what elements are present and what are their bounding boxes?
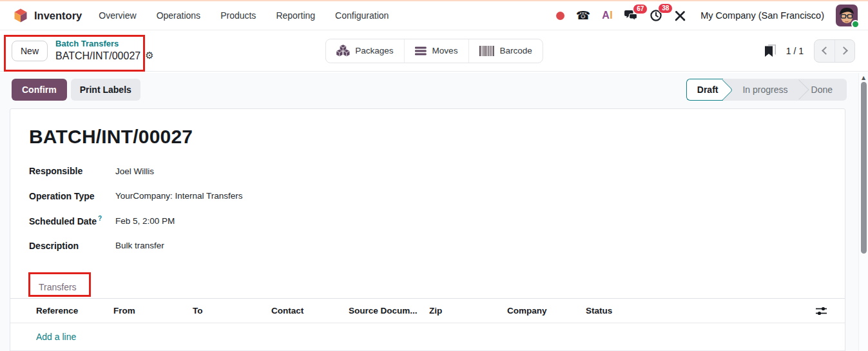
scrollbar-up-arrow-icon[interactable]: ▲	[859, 75, 868, 81]
breadcrumb-parent-link[interactable]: Batch Transfers	[55, 39, 154, 49]
field-value-scheduled-date[interactable]: Feb 5, 2:00 PM	[115, 216, 175, 226]
smart-buttons-group: Packages Moves Barcode	[325, 39, 543, 63]
app-name: Inventory	[34, 10, 82, 22]
topbar-systray: ☎ AI 67 38 My Company (San Francisco)	[556, 5, 858, 26]
column-header-source-document[interactable]: Source Docum...	[349, 306, 429, 316]
gear-icon[interactable]: ⚙	[145, 50, 153, 62]
company-switcher[interactable]: My Company (San Francisco)	[700, 10, 824, 21]
app-switcher[interactable]: Inventory	[13, 8, 82, 23]
print-labels-button[interactable]: Print Labels	[71, 79, 140, 101]
field-label-responsible: Responsible	[29, 166, 115, 176]
activities-menu[interactable]: 38	[650, 9, 662, 22]
table-add-line-row: Add a line	[10, 323, 845, 351]
column-header-from[interactable]: From	[113, 306, 193, 316]
stage-pipeline: Draft In progress Done	[686, 79, 847, 101]
online-status-dot	[851, 20, 860, 28]
field-label-description: Description	[29, 241, 115, 251]
packages-cubes-icon	[336, 45, 349, 57]
menu-configuration[interactable]: Configuration	[334, 8, 390, 23]
column-header-contact[interactable]: Contact	[271, 306, 349, 316]
optional-columns-icon[interactable]	[816, 306, 827, 316]
packages-button-label: Packages	[355, 46, 393, 55]
barcode-button[interactable]: Barcode	[468, 39, 542, 63]
messages-badge: 67	[633, 4, 648, 14]
form-sheet: BATCH/INT/00027 Responsible Joel Willis …	[10, 108, 845, 351]
pager-next-button[interactable]	[834, 40, 854, 62]
field-label-operation-type: Operation Type	[29, 191, 115, 201]
debug-tools-icon[interactable]	[674, 10, 686, 22]
bookmark-icon[interactable]	[765, 45, 776, 57]
user-avatar[interactable]	[836, 5, 858, 26]
record-title: BATCH/INT/00027	[29, 126, 845, 148]
vertical-scrollbar[interactable]: ▲	[858, 73, 868, 351]
voip-phone-icon[interactable]: ☎	[576, 10, 590, 21]
field-row-scheduled-date: Scheduled Date? Feb 5, 2:00 PM	[29, 208, 845, 234]
new-button[interactable]: New	[12, 41, 48, 61]
transfers-table-header: Reference From To Contact Source Docum..…	[10, 299, 845, 323]
barcode-icon	[479, 46, 494, 56]
field-row-description: Description Bulk transfer	[29, 234, 845, 259]
main-menu: Overview Operations Products Reporting C…	[97, 8, 390, 23]
moves-button-label: Moves	[432, 46, 458, 55]
chevron-left-icon	[822, 46, 830, 55]
menu-reporting[interactable]: Reporting	[275, 8, 316, 23]
column-header-zip[interactable]: Zip	[429, 306, 507, 316]
field-group: Responsible Joel Willis Operation Type Y…	[29, 159, 845, 258]
help-tooltip-icon: ?	[98, 215, 102, 222]
field-row-responsible: Responsible Joel Willis	[29, 159, 845, 184]
breadcrumb-current: BATCH/INT/00027	[55, 50, 140, 63]
packages-button[interactable]: Packages	[325, 39, 403, 63]
notebook-tabs: Transfers	[10, 276, 845, 299]
pager-previous-button[interactable]	[815, 40, 834, 62]
column-header-to[interactable]: To	[193, 306, 271, 316]
form-statusbar-row: Confirm Print Labels Draft In progress D…	[0, 73, 858, 101]
ai-icon[interactable]: AI	[602, 10, 613, 21]
chevron-right-icon	[840, 46, 848, 55]
menu-products[interactable]: Products	[219, 8, 257, 23]
column-header-reference[interactable]: Reference	[36, 306, 113, 316]
menu-overview[interactable]: Overview	[97, 8, 137, 23]
tab-transfers[interactable]: Transfers	[29, 276, 86, 298]
moves-button[interactable]: Moves	[404, 39, 468, 63]
content-area: Confirm Print Labels Draft In progress D…	[0, 73, 858, 351]
column-header-company[interactable]: Company	[507, 306, 586, 316]
menu-operations[interactable]: Operations	[155, 8, 202, 23]
pager-area: 1 / 1	[765, 39, 858, 63]
moves-lines-icon	[415, 46, 427, 55]
activities-badge: 38	[658, 3, 673, 14]
field-row-operation-type: Operation Type YourCompany: Internal Tra…	[29, 184, 845, 209]
add-a-line-link[interactable]: Add a line	[36, 332, 76, 342]
control-panel: New Batch Transfers BATCH/INT/00027 ⚙	[0, 30, 868, 72]
field-value-operation-type[interactable]: YourCompany: Internal Transfers	[115, 191, 243, 201]
breadcrumb: Batch Transfers BATCH/INT/00027 ⚙	[55, 39, 154, 62]
field-value-description[interactable]: Bulk transfer	[115, 241, 164, 250]
field-label-scheduled-date: Scheduled Date?	[29, 215, 115, 226]
column-header-status[interactable]: Status	[586, 306, 845, 316]
messages-menu[interactable]: 67	[624, 10, 638, 21]
scrollbar-thumb[interactable]	[861, 82, 867, 254]
pager-value: 1 / 1	[786, 46, 804, 56]
inventory-app-icon	[13, 8, 28, 23]
recording-indicator-icon[interactable]	[556, 12, 564, 20]
pager-nav	[814, 39, 855, 63]
barcode-button-label: Barcode	[499, 46, 532, 55]
top-navbar: Inventory Overview Operations Products R…	[0, 1, 868, 30]
stage-separator-icon	[789, 79, 809, 99]
stage-draft[interactable]: Draft	[686, 79, 724, 101]
field-value-responsible[interactable]: Joel Willis	[115, 166, 154, 176]
confirm-button[interactable]: Confirm	[12, 79, 67, 101]
